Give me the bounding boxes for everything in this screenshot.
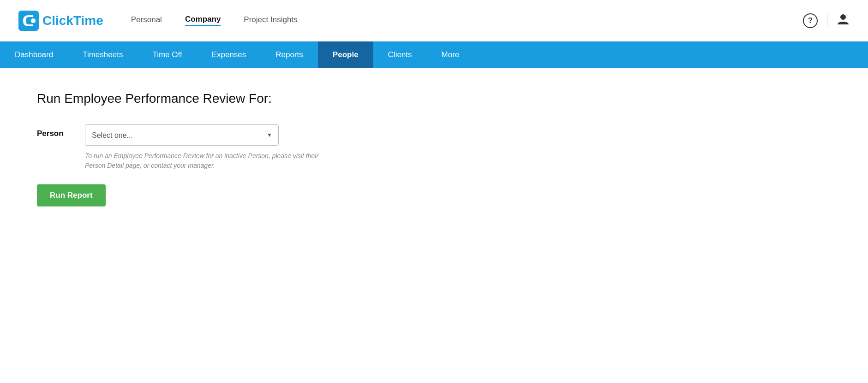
- top-nav-project-insights[interactable]: Project Insights: [244, 15, 297, 26]
- svg-point-1: [31, 18, 36, 23]
- logo-text: ClickTime: [42, 13, 103, 28]
- help-button[interactable]: ?: [803, 13, 818, 28]
- logo-icon: [18, 11, 39, 31]
- page-title: Run Employee Performance Review For:: [37, 91, 831, 106]
- top-nav-personal[interactable]: Personal: [131, 15, 162, 26]
- main-content: Run Employee Performance Review For: Per…: [0, 68, 868, 230]
- nav-reports[interactable]: Reports: [261, 41, 318, 68]
- user-menu-button[interactable]: [837, 12, 850, 29]
- person-label: Person: [37, 124, 74, 138]
- person-select[interactable]: Select one...: [85, 124, 279, 146]
- nav-dashboard[interactable]: Dashboard: [0, 41, 68, 68]
- top-right-actions: ?: [803, 12, 850, 29]
- help-text: To run an Employee Performance Review fo…: [85, 151, 325, 171]
- nav-people[interactable]: People: [318, 41, 373, 68]
- top-header: ClickTime Personal Company Project Insig…: [0, 0, 868, 41]
- run-report-button[interactable]: Run Report: [37, 184, 106, 206]
- person-select-wrapper: Select one... ▼: [85, 124, 279, 146]
- header-divider: [827, 13, 827, 28]
- logo[interactable]: ClickTime: [18, 11, 103, 31]
- nav-more[interactable]: More: [427, 41, 474, 68]
- nav-clients[interactable]: Clients: [373, 41, 427, 68]
- svg-rect-0: [18, 11, 39, 31]
- nav-expenses[interactable]: Expenses: [197, 41, 261, 68]
- blue-nav: Dashboard Timesheets Time Off Expenses R…: [0, 41, 868, 68]
- top-nav-company[interactable]: Company: [185, 15, 221, 26]
- nav-timesheets[interactable]: Timesheets: [68, 41, 138, 68]
- person-form-row: Person Select one... ▼: [37, 124, 831, 146]
- nav-time-off[interactable]: Time Off: [138, 41, 197, 68]
- top-nav: Personal Company Project Insights: [131, 15, 803, 26]
- svg-point-2: [840, 14, 846, 20]
